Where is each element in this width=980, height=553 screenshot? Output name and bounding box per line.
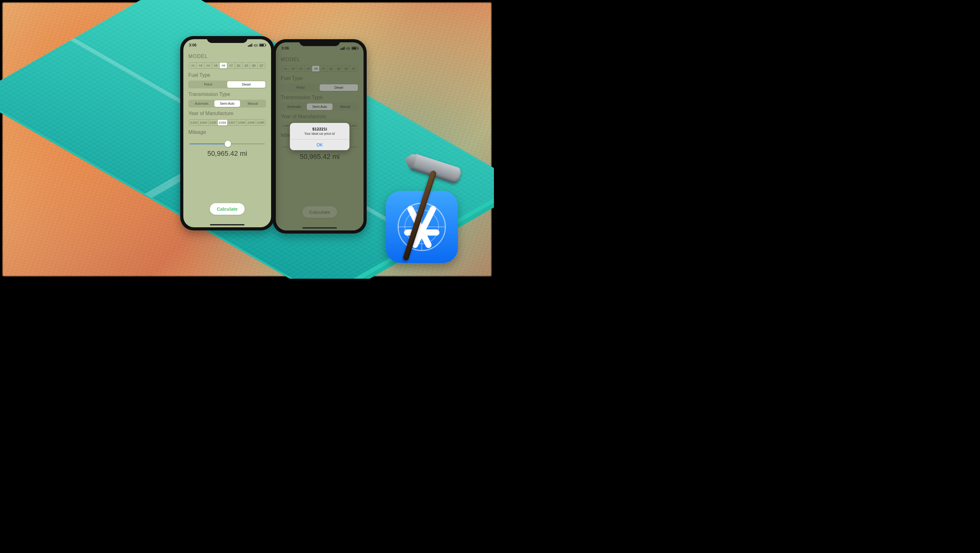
alert-title: $12221i <box>290 123 350 132</box>
year-option[interactable]: 2,017 <box>228 120 237 126</box>
fuel-heading: Fuel Type <box>188 72 266 78</box>
fuel-option[interactable]: Diesel <box>227 81 266 88</box>
transmission-option[interactable]: Manual <box>240 100 266 107</box>
model-option[interactable]: A7 <box>227 62 235 69</box>
model-heading: MODEL <box>188 54 266 59</box>
year-option[interactable]: 2,013 <box>189 120 199 126</box>
year-option[interactable]: 2,019 <box>247 120 256 126</box>
mileage-value: 50,965.42 mi <box>188 150 266 158</box>
cellular-icon <box>248 43 252 47</box>
model-option[interactable]: A4 <box>205 62 212 69</box>
mileage-slider[interactable] <box>189 141 265 147</box>
price-alert: $12221i Your ideal car price is! OK <box>290 123 350 150</box>
transmission-option[interactable]: Semi-Auto <box>214 100 240 107</box>
alert-overlay: $12221i Your ideal car price is! OK <box>276 42 364 230</box>
transmission-heading: Transmission Type <box>188 92 266 97</box>
transmission-option[interactable]: Automatic <box>189 100 214 107</box>
year-segments[interactable]: 2,0132,0142,0152,0162,0172,0182,0192,020 <box>188 119 266 126</box>
year-option[interactable]: 2,016 <box>218 120 227 126</box>
model-option[interactable]: A1 <box>189 62 197 69</box>
year-option[interactable]: 2,014 <box>199 120 208 126</box>
year-option[interactable]: 2,015 <box>208 120 218 126</box>
phone-mockup-result: 3:06 MODEL A1A3A4A5A6A7Q1Q3Q5Q7 Fuel Typ… <box>273 39 367 234</box>
status-time: 3:06 <box>189 43 197 47</box>
model-option[interactable]: A5 <box>212 62 220 69</box>
home-indicator <box>210 224 245 225</box>
model-option[interactable]: A6 <box>220 62 227 69</box>
mileage-heading: Mileage <box>188 129 266 135</box>
model-option[interactable]: Q3 <box>243 62 250 69</box>
transmission-segments[interactable]: AutomaticSemi-AutoManual <box>188 100 266 108</box>
calculate-button[interactable]: Calculate <box>210 203 245 215</box>
fuel-segments[interactable]: PetrolDiesel <box>188 81 266 88</box>
alert-ok-button[interactable]: OK <box>290 139 350 150</box>
phone-mockup-form: 3:06 MODEL A1A3A4A5A6A7Q1Q3Q5Q7 Fuel Typ… <box>180 36 274 230</box>
battery-icon <box>259 43 266 47</box>
wifi-icon <box>253 43 258 47</box>
model-option[interactable]: A3 <box>197 62 204 69</box>
year-option[interactable]: 2,020 <box>256 120 266 126</box>
model-option[interactable]: Q7 <box>258 62 266 69</box>
model-option[interactable]: Q1 <box>235 62 243 69</box>
model-segments[interactable]: A1A3A4A5A6A7Q1Q3Q5Q7 <box>188 62 266 69</box>
fuel-option[interactable]: Petrol <box>189 81 227 88</box>
model-option[interactable]: Q5 <box>250 62 258 69</box>
year-option[interactable]: 2,018 <box>237 120 247 126</box>
year-heading: Year of Manufacture <box>188 111 266 116</box>
alert-message: Your ideal car price is! <box>290 132 350 139</box>
